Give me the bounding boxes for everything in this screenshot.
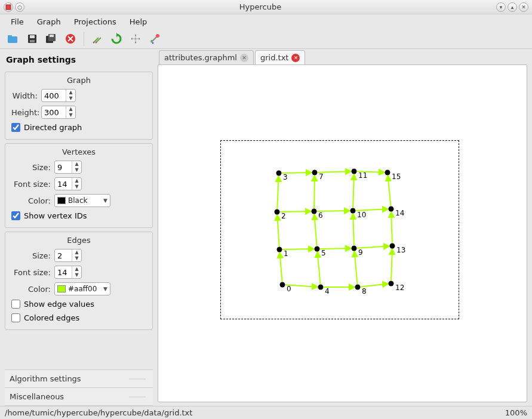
tab-close-icon[interactable]: ✕ [291,54,300,62]
edge-14-15[interactable] [388,175,390,206]
width-stepper[interactable]: ▲▼ [41,89,76,102]
save-button[interactable] [24,30,41,47]
node-label-15: 15 [392,172,401,181]
open-button[interactable] [5,30,21,47]
node-2[interactable] [275,209,280,215]
menu-graph[interactable]: Graph [31,16,67,27]
edge-8-9[interactable] [354,251,357,284]
panel-edges: Edges Size: ▲▼ Font size: ▲▼ Color: #aaf… [5,232,153,330]
node-8[interactable] [355,285,361,290]
svg-rect-2 [8,35,12,38]
edge-color-name: #aaff00 [68,285,101,293]
app-menu-button[interactable] [4,2,13,12]
edge-1-2[interactable] [277,215,279,247]
statusbar: /home/tumic/hypercube/hypercube/data/gri… [0,406,532,419]
edge-13-14[interactable] [391,212,392,243]
colored-edges-label: Colored edges [24,313,79,322]
svg-point-17 [156,34,159,38]
titlebar: ○ Hypercube ▾ ▴ ✕ [0,0,532,14]
maximize-button[interactable]: ▴ [508,2,517,12]
colorize-button[interactable] [146,30,163,47]
vertex-size-stepper[interactable]: ▲▼ [54,161,82,174]
window-pin-button[interactable]: ○ [15,2,24,12]
node-4[interactable] [318,285,324,290]
chevron-down-icon: ▼ [103,286,107,292]
save-all-button[interactable] [43,30,60,47]
show-edge-values-checkbox[interactable] [11,300,20,309]
edge-4-5[interactable] [317,252,320,284]
edge-12-13[interactable] [391,249,392,281]
sidebar-title: Graph settings [5,53,153,68]
svg-point-18 [150,40,153,42]
directed-checkbox[interactable] [11,123,20,132]
vertex-font-stepper[interactable]: ▲▼ [54,177,82,190]
tab-label: grid.txt [260,53,288,62]
vertex-color-combo[interactable]: Black▼ [54,194,110,207]
show-ids-checkbox[interactable] [11,211,20,220]
width-label: Width: [11,91,38,100]
edge-5-6[interactable] [314,214,316,246]
graph-svg[interactable]: 0481215913261014371115 [158,65,522,399]
edge-size-input[interactable] [55,251,72,260]
edge-0-1[interactable] [279,252,282,282]
menu-file[interactable]: File [5,16,30,27]
width-input[interactable] [42,91,66,100]
node-13[interactable] [390,244,395,249]
edge-color-combo[interactable]: #aaff00▼ [54,282,110,295]
edge-size-stepper[interactable]: ▲▼ [54,249,82,262]
sidebar-section-tabs: Algorithm settings Miscellaneous [5,369,153,406]
section-tab-algorithm[interactable]: Algorithm settings [5,370,153,388]
node-3[interactable] [276,171,282,176]
node-15[interactable] [385,170,390,175]
section-tab-misc[interactable]: Miscellaneous [5,388,153,406]
height-stepper[interactable]: ▲▼ [41,106,76,119]
show-ids-label: Show vertex IDs [24,211,87,220]
panel-edges-header: Edges [5,232,152,247]
node-label-12: 12 [395,284,404,292]
project-button[interactable] [127,30,144,47]
svg-point-11 [96,41,97,43]
tabbar: attributes.graphml✕grid.txt✕ [158,49,527,64]
vertex-color-label: Color: [11,196,51,205]
tab-grid-txt[interactable]: grid.txt✕ [255,50,305,64]
edge-10-11[interactable] [353,174,354,208]
close-file-button[interactable] [62,30,79,47]
graph-canvas[interactable]: 0481215913261014371115 [158,64,527,402]
transform-button[interactable] [89,30,106,47]
edge-9-10[interactable] [353,214,354,245]
node-0[interactable] [280,282,285,288]
reload-button[interactable] [108,30,125,47]
node-7[interactable] [312,170,318,175]
colored-edges-checkbox[interactable] [11,313,20,322]
close-window-button[interactable]: ✕ [519,2,528,12]
tab-close-icon[interactable]: ✕ [240,54,248,62]
node-14[interactable] [389,207,394,212]
edge-2-3[interactable] [277,176,279,209]
node-6[interactable] [312,209,317,214]
edge-color-label: Color: [11,285,51,294]
node-label-14: 14 [395,209,404,217]
node-1[interactable] [277,247,282,252]
vertex-font-label: Font size: [11,180,51,189]
edge-font-input[interactable] [55,268,72,277]
node-12[interactable] [389,281,394,286]
node-label-7: 7 [319,172,324,181]
menu-projections[interactable]: Projections [68,16,122,27]
node-10[interactable] [350,208,356,214]
vertex-font-input[interactable] [55,180,72,189]
menu-help[interactable]: Help [124,16,153,27]
edge-8-12[interactable] [361,284,388,287]
node-5[interactable] [315,247,320,252]
panel-vertexes-header: Vertexes [5,144,152,159]
vertex-size-input[interactable] [55,163,72,172]
node-label-9: 9 [358,248,363,257]
edge-font-stepper[interactable]: ▲▼ [54,266,82,279]
height-input[interactable] [42,108,66,117]
content-area: attributes.graphml✕grid.txt✕ 04812159132… [158,49,532,406]
minimize-button[interactable]: ▾ [496,2,506,12]
node-9[interactable] [352,246,357,251]
tab-attributes-graphml[interactable]: attributes.graphml✕ [159,50,254,64]
node-11[interactable] [352,169,357,174]
status-zoom: 100% [505,408,527,417]
edge-6-7[interactable] [314,175,315,208]
